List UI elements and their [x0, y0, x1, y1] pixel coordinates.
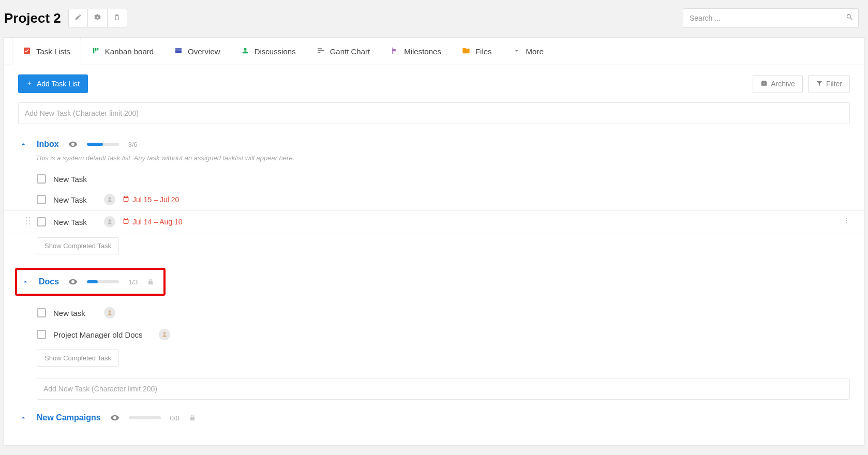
add-task-list-button[interactable]: Add Task List [18, 74, 88, 93]
list-section-inbox: Inbox 3/6 This is a system default task … [18, 138, 850, 256]
tab-more[interactable]: More [502, 38, 554, 65]
list-section-docs: Docs 1/3 New task Project Manager old Do… [18, 268, 850, 400]
task-name[interactable]: New task [53, 309, 97, 317]
svg-point-0 [26, 217, 27, 219]
svg-point-1 [29, 217, 31, 219]
eye-icon[interactable] [110, 413, 119, 422]
gear-icon [94, 13, 101, 23]
filter-icon [816, 80, 823, 88]
task-name[interactable]: New Task [53, 218, 97, 226]
task-checkbox[interactable] [37, 195, 46, 204]
date-text: Jul 14 – Aug 10 [132, 218, 183, 226]
duplicate-button[interactable] [108, 9, 127, 27]
button-label: Archive [771, 80, 795, 88]
flag-icon [391, 47, 399, 56]
caret-down-icon [513, 47, 521, 56]
svg-point-3 [29, 220, 31, 222]
avatar[interactable] [104, 216, 115, 228]
list-header: New Campaigns 0/0 [18, 411, 850, 424]
list-title[interactable]: Inbox [37, 140, 59, 149]
task-name[interactable]: Project Manager old Docs [53, 330, 152, 339]
progress-bar [87, 143, 119, 146]
task-row: New Task Jul 14 – Aug 10 [4, 210, 864, 233]
avatar[interactable] [104, 307, 115, 318]
tab-label: Overview [188, 47, 220, 56]
archive-icon [760, 80, 768, 88]
add-new-task-input[interactable] [37, 378, 850, 400]
tab-label: Kanban board [105, 47, 154, 56]
row-more-button[interactable] [843, 216, 850, 228]
tabs: Task Lists Kanban board Overview Discuss… [4, 38, 864, 65]
progress-label: 0/0 [170, 414, 179, 422]
search-input[interactable] [683, 8, 859, 28]
list-title[interactable]: Docs [39, 277, 59, 286]
tab-overview[interactable]: Overview [164, 38, 231, 65]
svg-point-8 [846, 222, 847, 223]
svg-point-4 [26, 223, 27, 225]
list-title[interactable]: New Campaigns [37, 413, 101, 422]
settings-button[interactable] [88, 9, 108, 27]
svg-point-7 [846, 220, 847, 221]
show-completed-button[interactable]: Show Completed Task [37, 237, 119, 254]
task-name[interactable]: New Task [53, 175, 97, 184]
task-name[interactable]: New Task [53, 195, 97, 204]
collapse-toggle[interactable] [19, 414, 27, 422]
avatar[interactable] [159, 329, 170, 340]
eye-icon[interactable] [68, 277, 78, 286]
tab-task-lists[interactable]: Task Lists [12, 38, 81, 65]
archive-button[interactable]: Archive [753, 75, 803, 93]
drag-handle-icon[interactable] [25, 217, 31, 227]
svg-point-6 [846, 218, 847, 219]
progress-label: 1/3 [128, 278, 138, 286]
task-date[interactable]: Jul 15 – Jul 20 [123, 195, 179, 204]
overview-icon [174, 47, 183, 56]
list-section-new-campaigns: New Campaigns 0/0 [18, 411, 850, 424]
tab-files[interactable]: Files [452, 38, 502, 65]
tab-kanban[interactable]: Kanban board [81, 38, 164, 65]
task-date[interactable]: Jul 14 – Aug 10 [123, 218, 183, 226]
tab-gantt[interactable]: Gantt Chart [306, 38, 381, 65]
list-header: Docs 1/3 [20, 275, 155, 289]
tab-label: More [526, 47, 544, 56]
collapse-toggle[interactable] [21, 278, 29, 286]
task-checkbox[interactable] [37, 174, 46, 184]
header-left: Project 2 [4, 9, 127, 27]
calendar-icon [123, 218, 129, 226]
main-panel: Task Lists Kanban board Overview Discuss… [3, 37, 865, 446]
clipboard-icon [113, 13, 121, 23]
tab-milestones[interactable]: Milestones [380, 38, 452, 65]
tab-discussions[interactable]: Discussions [231, 38, 306, 65]
tab-label: Task Lists [36, 47, 70, 56]
toolbar: Add Task List Archive Filter [4, 65, 864, 97]
button-label: Filter [826, 80, 842, 88]
show-completed-button[interactable]: Show Completed Task [37, 350, 119, 367]
calendar-icon [123, 195, 129, 204]
button-label: Add Task List [37, 80, 80, 88]
tab-label: Files [475, 47, 492, 56]
avatar[interactable] [104, 194, 115, 205]
task-row: New task [18, 302, 850, 324]
lock-icon[interactable] [147, 278, 154, 285]
svg-point-5 [29, 223, 31, 225]
date-text: Jul 15 – Jul 20 [132, 195, 179, 204]
task-checkbox[interactable] [37, 330, 46, 339]
kanban-icon [92, 47, 100, 56]
task-checkbox[interactable] [37, 308, 46, 317]
plus-icon [26, 80, 33, 88]
list-description: This is a system default task list. Any … [36, 154, 850, 162]
collapse-toggle[interactable] [19, 140, 27, 148]
add-new-task-input[interactable] [18, 102, 850, 124]
edit-button[interactable] [68, 9, 88, 27]
list-header: Inbox 3/6 [18, 138, 850, 151]
header-icon-buttons [68, 9, 127, 27]
page-title: Project 2 [4, 10, 61, 26]
tab-label: Gantt Chart [330, 47, 370, 56]
eye-icon[interactable] [68, 140, 78, 149]
lock-icon[interactable] [189, 414, 196, 421]
filter-button[interactable]: Filter [808, 75, 850, 93]
search-icon [846, 13, 854, 23]
task-checkbox[interactable] [37, 217, 46, 226]
gantt-icon [317, 47, 325, 56]
content: Inbox 3/6 This is a system default task … [4, 97, 864, 441]
toolbar-right: Archive Filter [753, 75, 850, 93]
